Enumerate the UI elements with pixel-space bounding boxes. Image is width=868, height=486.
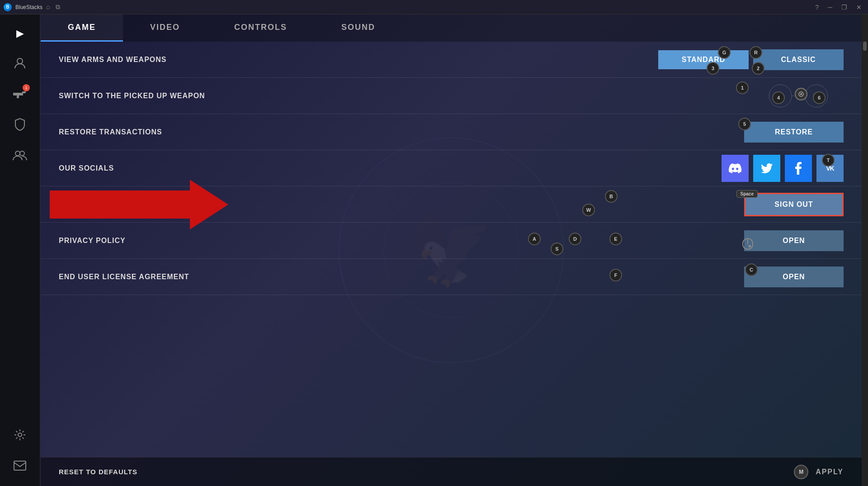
row-account: ACCOUNT (FACEBOOK) SIGN OUT B W Space — [41, 186, 862, 223]
friends-icon — [13, 149, 27, 164]
tabs-bar: GAME VIDEO CONTROLS SOUND — [41, 14, 862, 42]
tab-game[interactable]: GAME — [41, 14, 123, 42]
svg-rect-2 — [22, 91, 26, 93]
sidebar-item-shield[interactable] — [6, 112, 33, 139]
key-1: 1 — [736, 81, 749, 94]
eula-label: END USER LICENSE AGREEMENT — [59, 273, 189, 281]
account-controls: SIGN OUT — [744, 193, 844, 216]
title-bar-nav: ⌂ ⧉ — [46, 3, 60, 11]
svg-point-4 — [15, 151, 20, 156]
key-circle-aim — [795, 88, 807, 100]
tab-controls[interactable]: CONTROLS — [207, 14, 314, 42]
main-container: ▶ 1 — [0, 14, 868, 486]
play-icon: ▶ — [16, 28, 24, 39]
bottom-right: M APPLY — [794, 465, 844, 479]
svg-rect-1 — [13, 93, 23, 95]
key-c: C — [745, 263, 758, 276]
sidebar-item-gun[interactable]: 1 — [6, 81, 33, 109]
twitter-button[interactable] — [753, 155, 780, 182]
window-controls: ? ─ ❐ ✕ — [812, 3, 864, 12]
sidebar: ▶ 1 — [0, 14, 40, 486]
open-privacy-button[interactable]: OPEN — [744, 230, 844, 251]
row-socials: OUR SOCIALS — [41, 150, 862, 186]
privacy-label: PRIVACY POLICY — [59, 237, 126, 245]
user-icon — [14, 57, 26, 72]
nav-restore-icon[interactable]: ⧉ — [56, 3, 60, 11]
key-r: R — [750, 46, 762, 59]
eula-controls: OPEN — [744, 267, 844, 287]
discord-button[interactable] — [722, 155, 749, 182]
tab-sound[interactable]: SOUND — [314, 14, 402, 42]
svg-point-0 — [17, 58, 23, 64]
key-b-account: B — [605, 190, 618, 203]
sidebar-item-friends[interactable] — [6, 143, 33, 170]
key-space: Space — [736, 190, 758, 198]
bottom-bar: RESET TO DEFAULTS M APPLY — [41, 457, 862, 486]
key-m: M — [794, 465, 808, 479]
classic-button[interactable]: CLASSIC — [753, 49, 844, 70]
key-w-account: W — [582, 204, 595, 216]
key-a: A — [528, 233, 541, 245]
mail-icon — [14, 461, 26, 473]
svg-point-5 — [20, 151, 24, 156]
help-button[interactable]: ? — [812, 3, 821, 12]
scrollbar-thumb[interactable] — [863, 42, 867, 51]
sidebar-item-settings[interactable] — [6, 423, 33, 450]
key-s: S — [551, 243, 563, 255]
key-6: 6 — [813, 91, 826, 104]
key-d: D — [569, 233, 581, 245]
key-5: 5 — [738, 118, 751, 130]
content-area: 🦅 GAME VIDEO CONTROLS SOUND VIEW ARMS AN — [41, 14, 862, 486]
socials-label: OUR SOCIALS — [59, 164, 114, 172]
svg-point-17 — [748, 245, 751, 248]
svg-point-14 — [800, 93, 802, 95]
svg-rect-7 — [14, 461, 26, 470]
bluestacks-logo: B — [4, 3, 12, 11]
restore-controls: RESTORE — [744, 122, 844, 143]
switch-weapon-label: SWITCH TO THE PICKED UP WEAPON — [59, 92, 205, 100]
svg-point-6 — [18, 433, 22, 437]
key-t: T — [822, 154, 835, 167]
key-2: 2 — [752, 62, 764, 75]
row-switch-weapon: SWITCH TO THE PICKED UP WEAPON 1 4 6 — [41, 78, 862, 114]
privacy-controls: OPEN — [744, 230, 844, 251]
svg-rect-3 — [17, 95, 19, 98]
nav-home-icon[interactable]: ⌂ — [46, 3, 50, 11]
restore-button[interactable]: RESTORE — [744, 122, 844, 143]
key-f: F — [609, 269, 622, 281]
settings-list: VIEW ARMS AND WEAPONS STANDARD CLASSIC G… — [41, 42, 862, 457]
gun-badge: 1 — [23, 84, 30, 91]
tab-video[interactable]: VIDEO — [123, 14, 207, 42]
restore-label: RESTORE TRANSACTIONS — [59, 128, 162, 136]
settings-icon — [14, 429, 26, 444]
red-arrow-head — [190, 180, 228, 229]
close-button[interactable]: ✕ — [854, 3, 864, 12]
mouse-icon — [742, 238, 753, 252]
right-scrollbar[interactable] — [862, 14, 868, 486]
facebook-button[interactable] — [785, 155, 812, 182]
key-4: 4 — [772, 91, 785, 104]
key-e: E — [609, 233, 622, 245]
sign-out-button[interactable]: SIGN OUT — [744, 193, 844, 216]
view-arms-label: VIEW ARMS AND WEAPONS — [59, 56, 166, 64]
row-eula: END USER LICENSE AGREEMENT OPEN F C — [41, 259, 862, 295]
minimize-button[interactable]: ─ — [825, 3, 835, 12]
title-bar: B BlueStacks ⌂ ⧉ ? ─ ❐ ✕ — [0, 0, 868, 14]
maximize-button[interactable]: ❐ — [839, 3, 850, 12]
row-privacy: PRIVACY POLICY OPEN A D S E — [41, 223, 862, 259]
reset-defaults-label: RESET TO DEFAULTS — [59, 468, 137, 476]
sidebar-item-mail[interactable] — [6, 453, 33, 481]
key-g: G — [718, 46, 731, 59]
row-restore: RESTORE TRANSACTIONS RESTORE 5 — [41, 114, 862, 150]
title-bar-left: B BlueStacks ⌂ ⧉ — [4, 3, 60, 11]
standard-button[interactable]: STANDARD — [658, 50, 749, 69]
app-title: BlueStacks — [15, 4, 42, 10]
sidebar-item-play[interactable]: ▶ — [6, 20, 33, 47]
sidebar-item-user[interactable] — [6, 51, 33, 78]
shield-icon — [14, 118, 26, 134]
key-3: 3 — [707, 62, 719, 75]
apply-button[interactable]: APPLY — [816, 468, 844, 476]
row-view-arms: VIEW ARMS AND WEAPONS STANDARD CLASSIC G… — [41, 42, 862, 78]
open-eula-button[interactable]: OPEN — [744, 267, 844, 287]
account-label: ACCOUNT (FACEBOOK) — [59, 200, 151, 209]
